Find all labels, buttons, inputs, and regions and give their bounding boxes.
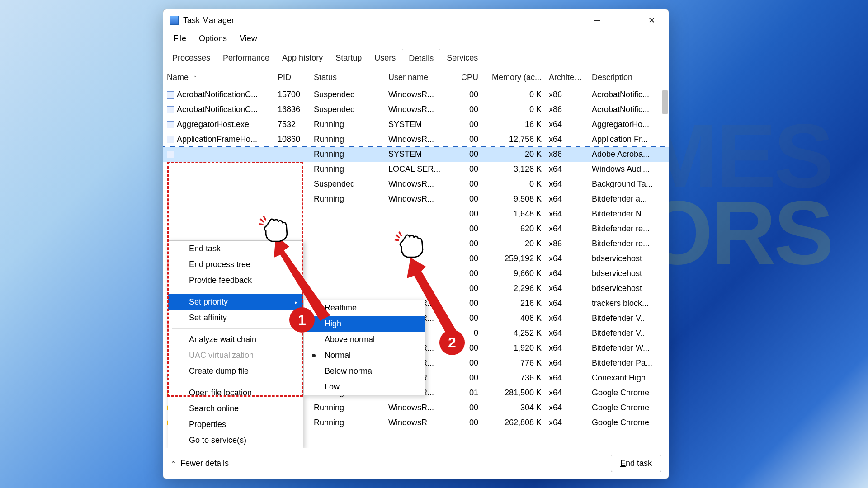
sort-caret-icon: ⌃	[193, 75, 197, 80]
context-menu-item[interactable]: Create dump file	[168, 363, 303, 379]
tab-details[interactable]: Details	[402, 49, 440, 68]
table-row[interactable]: 001,648 Kx64Bitdefender N...	[163, 206, 669, 221]
table-row[interactable]: AcrobatNotificationC...15700SuspendedWin…	[163, 87, 669, 102]
tab-services[interactable]: Services	[440, 49, 484, 68]
header-name[interactable]: Name⌃	[163, 68, 274, 87]
fewer-details-toggle[interactable]: ⌃ Fewer details	[170, 459, 229, 468]
svg-line-6	[399, 232, 402, 236]
table-row[interactable]: AggregatorHost.exe7532RunningSYSTEM0016 …	[163, 117, 669, 132]
window-title: Task Manager	[183, 16, 234, 25]
context-menu-item[interactable]: Go to service(s)	[168, 432, 303, 448]
context-menu-item[interactable]: Search online	[168, 401, 303, 417]
svg-line-2	[260, 219, 264, 222]
process-icon	[167, 136, 174, 143]
process-icon	[167, 91, 174, 99]
checked-dot-icon	[312, 354, 316, 357]
annotation-badge-2: 2	[439, 330, 465, 355]
column-headers[interactable]: Name⌃ PID Status User name CPU Memory (a…	[163, 68, 669, 87]
footer: ⌃ Fewer details End task	[163, 448, 669, 479]
svg-line-7	[395, 240, 399, 240]
tab-startup[interactable]: Startup	[329, 49, 368, 68]
table-row[interactable]: SuspendedWindowsR...000 Kx64Background T…	[163, 177, 669, 192]
table-row[interactable]: ApplicationFrameHo...10860RunningWindows…	[163, 132, 669, 147]
close-icon: ✕	[648, 15, 655, 25]
process-icon	[167, 151, 174, 158]
close-button[interactable]: ✕	[638, 11, 665, 29]
menu-view[interactable]: View	[234, 31, 263, 46]
table-row[interactable]: RunningWindowsR...009,508 Kx64Bitdefende…	[163, 192, 669, 206]
priority-option[interactable]: Low	[304, 379, 425, 395]
tab-users[interactable]: Users	[368, 49, 402, 68]
end-task-button[interactable]: End task	[611, 455, 661, 472]
titlebar[interactable]: Task Manager ✕	[163, 9, 669, 31]
priority-option[interactable]: Below normal	[304, 363, 425, 379]
maximize-button[interactable]	[611, 11, 638, 29]
tab-app-history[interactable]: App history	[276, 49, 329, 68]
table-row[interactable]: RunningSYSTEM0020 Kx86Adobe Acroba...	[163, 147, 669, 162]
annotation-badge-1: 1	[289, 307, 315, 333]
header-cpu[interactable]: CPU	[453, 68, 482, 87]
header-pid[interactable]: PID	[274, 68, 310, 87]
tab-performance[interactable]: Performance	[217, 49, 276, 68]
chevron-up-icon: ⌃	[170, 460, 176, 467]
tabs: Processes Performance App history Startu…	[163, 49, 669, 68]
context-menu-item[interactable]: Analyze wait chain	[168, 332, 303, 347]
svg-line-3	[264, 216, 266, 221]
menubar: File Options View	[163, 31, 669, 49]
header-memory[interactable]: Memory (ac...	[482, 68, 545, 87]
maximize-icon	[622, 18, 627, 23]
menu-file[interactable]: File	[168, 31, 192, 46]
cursor-hand-icon-2	[393, 230, 426, 258]
context-menu-item[interactable]: Open file location	[168, 385, 303, 401]
svg-line-5	[396, 235, 400, 238]
menu-separator	[172, 382, 299, 382]
header-user[interactable]: User name	[385, 68, 453, 87]
svg-line-4	[259, 224, 264, 225]
minimize-icon	[594, 20, 600, 21]
process-icon	[167, 121, 174, 128]
tab-processes[interactable]: Processes	[166, 49, 217, 68]
context-menu-item: UAC virtualization	[168, 347, 303, 363]
context-menu-item[interactable]: Properties	[168, 417, 303, 432]
table-row[interactable]: RunningLOCAL SER...003,128 Kx64Windows A…	[163, 162, 669, 177]
process-icon	[167, 106, 174, 113]
minimize-button[interactable]	[584, 11, 611, 29]
cursor-hand-icon-1	[258, 215, 290, 243]
table-row[interactable]: AcrobatNotificationC...16836SuspendedWin…	[163, 102, 669, 117]
header-description[interactable]: Description	[588, 68, 662, 87]
header-architecture[interactable]: Architec...	[545, 68, 588, 87]
menu-options[interactable]: Options	[193, 31, 232, 46]
header-status[interactable]: Status	[310, 68, 385, 87]
scrollbar-thumb[interactable]	[662, 90, 668, 114]
task-manager-icon	[170, 16, 179, 25]
